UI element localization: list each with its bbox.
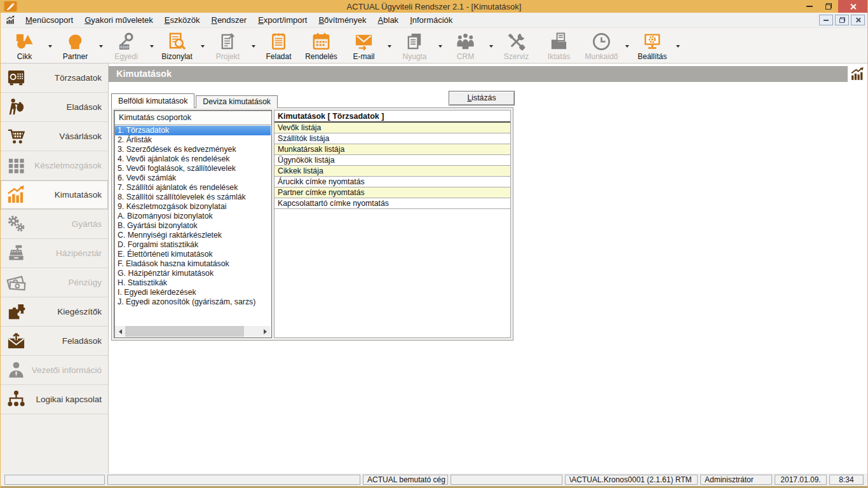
- menu-item-bovitmenyek[interactable]: Bővítmények: [313, 13, 372, 27]
- sidebar-item-eladasok[interactable]: Eladások: [1, 93, 108, 122]
- group-item[interactable]: 2. Árlisták: [115, 135, 271, 145]
- sidebar-item-gyartas[interactable]: Gyártás: [1, 210, 108, 239]
- menu-item-ablak[interactable]: Ablak: [372, 13, 405, 27]
- scroll-left-button[interactable]: [115, 326, 125, 337]
- arrow-left-icon: [116, 329, 122, 334]
- group-item[interactable]: J. Egyedi azonosítók (gyáriszám, sarzs): [115, 297, 271, 307]
- report-groups-panel: Kimutatás csoportok 1. Törzsadatok 2. Ár…: [114, 110, 272, 338]
- minimize-button[interactable]: [800, 0, 819, 13]
- sidebar-item-keszletmozgasok[interactable]: Készletmozgások: [1, 151, 108, 180]
- toolbar-button-szerviz[interactable]: Szerviz: [495, 28, 538, 63]
- group-item[interactable]: C. Mennyiségi raktárkészletek: [115, 231, 271, 240]
- group-item[interactable]: E. Élettörténeti kimutatások: [115, 250, 271, 259]
- email-dropdown-arrow[interactable]: [385, 28, 393, 63]
- report-row[interactable]: Partner címke nyomtatás: [275, 187, 510, 198]
- munkaido-dropdown-arrow[interactable]: [623, 28, 631, 63]
- report-row[interactable]: Árucikk címke nyomtatás: [275, 177, 510, 187]
- tab-belfoldi-kimutatasok[interactable]: Belföldi kimutatások: [111, 93, 194, 108]
- group-item[interactable]: 8. Szállítói szállítólevelek és számlák: [115, 193, 271, 202]
- safe-icon: [6, 68, 27, 88]
- toolbar-button-munkaido[interactable]: Munkaidő: [580, 28, 623, 63]
- egyedi-dropdown-arrow[interactable]: [147, 28, 156, 63]
- sidebar-item-hazipenztar[interactable]: Házipénztár: [1, 239, 108, 268]
- menu-item-gyakori-muveletek[interactable]: Gyakori műveletek: [79, 13, 159, 27]
- toolbar: Cikk Partner Egyedi Bizonylat Projekt Fe…: [1, 28, 867, 64]
- status-time: 8:34: [829, 475, 864, 485]
- report-row[interactable]: Munkatársak listája: [275, 144, 510, 155]
- report-row[interactable]: Szállítók listája: [275, 133, 510, 144]
- toolbar-button-feladat[interactable]: Feladat: [257, 28, 300, 63]
- sidebar-item-feladasok[interactable]: Feladások: [1, 327, 108, 356]
- toolbar-button-beallitas[interactable]: Beállítás: [631, 28, 674, 63]
- toolbar-button-email[interactable]: E-mail: [342, 28, 385, 63]
- restore-button[interactable]: [819, 0, 838, 13]
- close-button[interactable]: [838, 0, 867, 13]
- toolbar-button-cikk[interactable]: Cikk: [3, 28, 46, 63]
- bizonylat-dropdown-arrow[interactable]: [198, 28, 207, 63]
- document-search-icon: [167, 32, 187, 51]
- mdi-close-button[interactable]: [851, 15, 865, 25]
- report-row[interactable]: Kapcsolattartó címke nyomtatás: [275, 198, 510, 209]
- listazas-button[interactable]: Listázás: [449, 91, 515, 105]
- group-item[interactable]: B. Gyártási bizonylatok: [115, 221, 271, 231]
- chart-icon: [6, 185, 27, 205]
- cikk-dropdown-arrow[interactable]: [46, 28, 54, 63]
- sidebar-item-vezetoi-informacio[interactable]: Vezetői információ: [1, 356, 108, 385]
- toolbar-button-egyedi[interactable]: Egyedi: [105, 28, 147, 63]
- report-row[interactable]: Ügynökök listája: [275, 155, 510, 166]
- group-item[interactable]: D. Forgalmi statisztikák: [115, 240, 271, 250]
- sidebar-item-logikai-kapcsolat[interactable]: Logikai kapcsolat: [1, 385, 108, 414]
- group-item[interactable]: 1. Törzsadatok: [115, 126, 271, 135]
- menu-item-eszkozok[interactable]: Eszközök: [159, 13, 206, 27]
- beallitas-dropdown-arrow[interactable]: [674, 28, 682, 63]
- report-row[interactable]: Vevők listája: [275, 123, 510, 133]
- group-item[interactable]: 6. Vevői számlák: [115, 173, 271, 183]
- scrollbar-thumb[interactable]: [125, 326, 244, 337]
- key-icon: [116, 32, 136, 51]
- arrow-right-icon: [264, 329, 269, 334]
- tab-deviza-kimutatasok[interactable]: Deviza kimutatások: [196, 95, 278, 108]
- sidebar-item-kimutatasok[interactable]: Kimutatások: [1, 180, 108, 210]
- group-item[interactable]: F. Eladások haszna kimutatások: [115, 259, 271, 269]
- person-icon: [6, 360, 27, 380]
- sidebar-item-torzsadatok[interactable]: Törzsadatok: [1, 64, 108, 93]
- toolbar-button-iktatas[interactable]: Iktatás: [538, 28, 580, 63]
- toolbar-button-bizonylat[interactable]: Bizonylat: [156, 28, 198, 63]
- documents-icon: [405, 32, 424, 51]
- group-item[interactable]: 3. Szerződések és kedvezmények: [115, 145, 271, 154]
- toolbar-button-nyugta[interactable]: Nyugta: [393, 28, 436, 63]
- partner-dropdown-arrow[interactable]: [97, 28, 105, 63]
- restore-icon: [839, 17, 845, 23]
- toolbar-button-projekt[interactable]: Projekt: [207, 28, 249, 63]
- toolbar-button-crm[interactable]: CRM: [444, 28, 487, 63]
- menu-item-menucsoport[interactable]: Menücsoport: [20, 13, 79, 27]
- toolbar-button-rendeles[interactable]: Rendelés: [300, 28, 342, 63]
- menu-item-informaciok[interactable]: Információk: [404, 13, 458, 27]
- group-item[interactable]: A. Bizományosi bizonylatok: [115, 212, 271, 221]
- horizontal-scrollbar[interactable]: [115, 326, 271, 337]
- sidebar-item-penzugy[interactable]: Pénzügy: [1, 268, 108, 297]
- status-segment-empty-2: [107, 475, 360, 485]
- group-item[interactable]: 7. Szállítói ajánlatok és rendelések: [115, 183, 271, 193]
- mdi-minimize-button[interactable]: [819, 15, 833, 25]
- group-item[interactable]: G. Házipénztár kimutatások: [115, 269, 271, 278]
- scroll-right-button[interactable]: [261, 326, 271, 337]
- report-row[interactable]: Cikkek listája: [275, 166, 510, 177]
- crm-dropdown-arrow[interactable]: [487, 28, 495, 63]
- menu-item-rendszer[interactable]: Rendszer: [205, 13, 252, 27]
- group-item[interactable]: H. Statisztikák: [115, 278, 271, 288]
- chevron-down-icon: [150, 45, 154, 50]
- nyugta-dropdown-arrow[interactable]: [436, 28, 444, 63]
- group-item[interactable]: 9. Készletmozgások bizonylatai: [115, 202, 271, 212]
- projekt-dropdown-arrow[interactable]: [249, 28, 257, 63]
- scrollbar-track[interactable]: [125, 326, 261, 337]
- sidebar-item-vasarlasok[interactable]: Vásárlások: [1, 122, 108, 151]
- mdi-restore-button[interactable]: [835, 15, 849, 25]
- chevron-down-icon: [201, 45, 205, 50]
- group-item[interactable]: 4. Vevői ajánlatok és rendelések: [115, 154, 271, 164]
- sidebar-item-kiegeszitok[interactable]: Kiegészítők: [1, 297, 108, 327]
- group-item[interactable]: I. Egyedi lekérdezések: [115, 288, 271, 297]
- menu-item-export-import[interactable]: Export/import: [252, 13, 313, 27]
- group-item[interactable]: 5. Vevői foglalások, szállítólevelek: [115, 164, 271, 173]
- toolbar-button-partner[interactable]: Partner: [54, 28, 97, 63]
